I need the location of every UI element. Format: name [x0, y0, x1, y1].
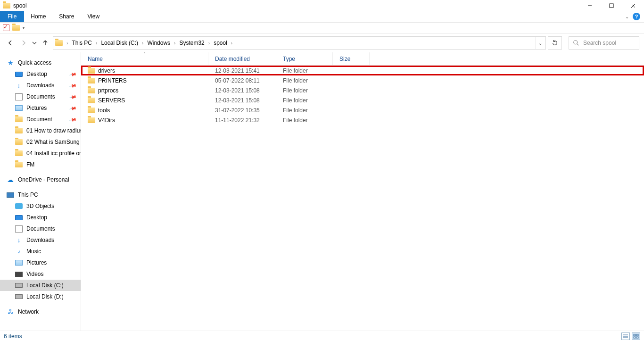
- forward-button[interactable]: [18, 37, 29, 49]
- breadcrumb[interactable]: Windows: [146, 40, 171, 46]
- address-bar[interactable]: › This PC › Local Disk (C:) › Windows › …: [53, 36, 546, 50]
- nav-item[interactable]: 01 How to draw radius: [0, 125, 81, 136]
- nav-this-pc[interactable]: This PC: [0, 189, 81, 200]
- nav-item[interactable]: 04 Install icc profile on: [0, 148, 81, 159]
- column-type[interactable]: Type: [276, 52, 333, 65]
- nav-item[interactable]: Pictures: [0, 257, 81, 268]
- search-input[interactable]: Search spool: [569, 36, 639, 50]
- nav-network[interactable]: 🖧 Network: [0, 306, 81, 317]
- view-details-icon[interactable]: [621, 333, 630, 340]
- file-row[interactable]: SERVERS12-03-2021 15:08File folder: [81, 95, 644, 105]
- nav-label: This PC: [18, 191, 38, 198]
- sort-asc-icon: ˄: [144, 52, 146, 56]
- nav-item[interactable]: Videos: [0, 268, 81, 280]
- folder-icon: [15, 116, 23, 122]
- breadcrumb-sep-icon[interactable]: ›: [206, 41, 213, 46]
- refresh-button[interactable]: [548, 36, 562, 50]
- ribbon-tab-file[interactable]: File: [0, 11, 24, 22]
- svg-rect-9: [634, 334, 636, 336]
- music-icon: ♪: [15, 248, 23, 255]
- breadcrumb[interactable]: spool: [213, 40, 228, 46]
- breadcrumb[interactable]: This PC: [71, 40, 93, 46]
- nav-onedrive[interactable]: ☁ OneDrive - Personal: [0, 174, 81, 185]
- nav-item[interactable]: FM: [0, 159, 81, 170]
- help-icon[interactable]: ?: [633, 13, 640, 20]
- breadcrumb-sep-icon[interactable]: ›: [64, 41, 71, 46]
- nav-item[interactable]: Documents: [0, 223, 81, 234]
- nav-item[interactable]: 02 What is SamSung c: [0, 136, 81, 148]
- quick-access-toolbar: ▾: [0, 23, 644, 33]
- search-placeholder: Search spool: [583, 40, 616, 46]
- navigation-bar: › This PC › Local Disk (C:) › Windows › …: [0, 33, 644, 52]
- maximize-button[interactable]: [601, 0, 622, 11]
- nav-label: Music: [26, 248, 41, 255]
- column-date[interactable]: Date modified: [208, 52, 276, 65]
- pin-icon: 📌: [69, 116, 77, 123]
- qat-new-folder-icon[interactable]: [12, 25, 20, 31]
- file-name: SERVERS: [98, 97, 125, 104]
- back-button[interactable]: [5, 37, 16, 49]
- nav-item[interactable]: ↓Downloads📌: [0, 80, 81, 91]
- file-row[interactable]: PRINTERS05-07-2022 08:11File folder: [81, 75, 644, 85]
- file-row[interactable]: tools31-07-2022 10:35File folder: [81, 105, 644, 115]
- nav-item[interactable]: Local Disk (D:): [0, 291, 81, 302]
- view-large-icons-icon[interactable]: [632, 333, 640, 340]
- breadcrumb[interactable]: Local Disk (C:): [100, 40, 139, 46]
- nav-item[interactable]: Pictures📌: [0, 102, 81, 114]
- recent-locations-button[interactable]: [31, 37, 38, 49]
- file-row[interactable]: drivers12-03-2021 15:41File folder: [81, 66, 644, 75]
- svg-rect-1: [610, 4, 613, 8]
- pic-icon: [15, 260, 23, 266]
- breadcrumb-sep-icon[interactable]: ›: [171, 41, 178, 46]
- nav-label: Pictures: [26, 105, 47, 111]
- column-size[interactable]: Size: [333, 52, 370, 65]
- nav-item[interactable]: Local Disk (C:): [0, 280, 81, 291]
- folder-icon: [15, 139, 23, 145]
- qat-properties-icon[interactable]: [3, 25, 9, 31]
- nav-item[interactable]: ♪Music: [0, 246, 81, 257]
- file-type: File folder: [276, 97, 333, 104]
- nav-label: Desktop: [26, 214, 47, 221]
- nav-item[interactable]: ↓Downloads: [0, 234, 81, 246]
- address-history-dropdown[interactable]: ⌄: [535, 37, 545, 49]
- column-name[interactable]: Name ˄: [81, 52, 208, 65]
- file-row[interactable]: V4Dirs11-11-2022 21:32File folder: [81, 115, 644, 125]
- nav-label: Documents: [26, 225, 55, 232]
- folder-icon: [88, 117, 95, 123]
- breadcrumb-sep-icon[interactable]: ›: [139, 41, 146, 46]
- network-icon: 🖧: [7, 308, 14, 316]
- pc-icon: [7, 192, 14, 198]
- file-date: 12-03-2021 15:08: [208, 97, 276, 104]
- cloud-icon: ☁: [7, 176, 14, 183]
- qat-dropdown-icon[interactable]: ▾: [23, 26, 25, 30]
- breadcrumb-sep-icon[interactable]: ›: [93, 41, 100, 46]
- nav-item[interactable]: Desktop: [0, 212, 81, 223]
- status-bar: 6 items: [0, 331, 644, 341]
- close-button[interactable]: [622, 0, 644, 11]
- nav-quick-access[interactable]: ★ Quick access: [0, 57, 81, 68]
- nav-item[interactable]: Documents📌: [0, 91, 81, 102]
- ribbon-tab-share[interactable]: Share: [52, 11, 81, 22]
- pin-icon: 📌: [69, 82, 77, 89]
- up-button[interactable]: [40, 37, 51, 49]
- folder-icon: [15, 162, 23, 167]
- ribbon-collapse-icon[interactable]: ⌄: [625, 14, 629, 19]
- ribbon-tab-view[interactable]: View: [81, 11, 106, 22]
- svg-rect-12: [636, 337, 638, 338]
- ribbon-tab-home[interactable]: Home: [24, 11, 52, 22]
- nav-label: Documents: [26, 93, 55, 100]
- window-title: spool: [13, 2, 27, 9]
- nav-item[interactable]: Document📌: [0, 114, 81, 125]
- address-folder-icon: [55, 40, 63, 46]
- file-name: PRINTERS: [98, 77, 127, 84]
- breadcrumb-sep-icon[interactable]: ›: [228, 41, 235, 46]
- nav-item[interactable]: 3D Objects: [0, 200, 81, 212]
- nav-item[interactable]: Desktop📌: [0, 68, 81, 80]
- minimize-button[interactable]: [579, 0, 601, 11]
- nav-label: Document: [26, 116, 52, 123]
- navigation-pane: ★ Quick access Desktop📌↓Downloads📌Docume…: [0, 52, 81, 331]
- file-name: tools: [98, 107, 110, 114]
- folder-icon: [88, 88, 95, 93]
- file-row[interactable]: prtprocs12-03-2021 15:08File folder: [81, 85, 644, 95]
- breadcrumb[interactable]: System32: [178, 40, 205, 46]
